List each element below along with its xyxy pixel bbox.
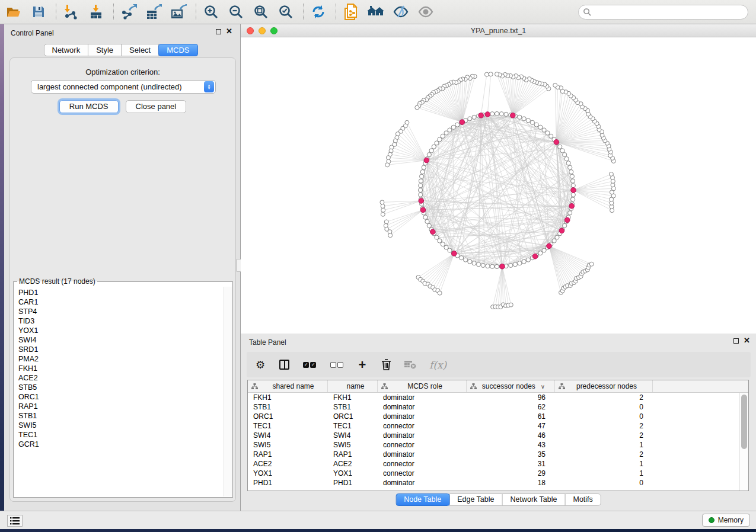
- network-node[interactable]: [499, 112, 503, 116]
- network-node[interactable]: [555, 235, 559, 239]
- mcds-result-item[interactable]: STB5: [18, 383, 224, 392]
- tab-network-table[interactable]: Network Table: [502, 493, 566, 506]
- network-node[interactable]: [381, 212, 385, 216]
- mcds-result-item[interactable]: ACE2: [18, 373, 224, 383]
- column-header-mcds-role[interactable]: MCDS role: [378, 380, 467, 392]
- mcds-result-item[interactable]: SWI4: [18, 335, 224, 345]
- network-node[interactable]: [566, 161, 570, 165]
- network-node[interactable]: [560, 149, 564, 153]
- network-node[interactable]: [435, 141, 439, 145]
- network-node[interactable]: [415, 105, 419, 110]
- network-node[interactable]: [526, 118, 530, 123]
- tab-node-table[interactable]: Node Table: [395, 493, 449, 506]
- network-node[interactable]: [570, 174, 574, 178]
- network-node[interactable]: [381, 204, 385, 209]
- network-node[interactable]: [472, 115, 476, 119]
- table-cell[interactable]: ACE2: [248, 459, 328, 469]
- export-network-web-icon[interactable]: [342, 3, 360, 21]
- network-node[interactable]: [495, 264, 499, 268]
- table-cell[interactable]: 2: [555, 431, 653, 440]
- table-cell[interactable]: FKH1: [328, 393, 378, 402]
- task-history-button[interactable]: [7, 515, 23, 527]
- network-node[interactable]: [418, 188, 422, 192]
- network-node[interactable]: [571, 193, 575, 197]
- float-panel-icon[interactable]: [216, 29, 221, 34]
- network-node[interactable]: [468, 117, 472, 121]
- run-mcds-button[interactable]: Run MCDS: [59, 100, 119, 113]
- table-cell[interactable]: 96: [467, 393, 555, 402]
- table-cell[interactable]: 2: [555, 450, 653, 459]
- network-node[interactable]: [464, 258, 468, 262]
- table-cell[interactable]: TEC1: [248, 421, 328, 431]
- network-node[interactable]: [568, 165, 572, 169]
- select-all-columns-icon[interactable]: ✓✓: [302, 358, 317, 371]
- mcds-result-item[interactable]: TID3: [18, 316, 224, 326]
- table-row[interactable]: SWI4SWI4dominator462: [248, 431, 739, 440]
- table-row[interactable]: SWI5SWI5connector431: [248, 440, 739, 450]
- network-node[interactable]: [495, 111, 499, 116]
- network-node[interactable]: [438, 137, 442, 142]
- network-node[interactable]: [419, 193, 423, 197]
- column-header-shared-name[interactable]: shared name: [248, 380, 328, 392]
- table-cell[interactable]: 47: [467, 421, 555, 431]
- table-row[interactable]: STB1STB1dominator620: [248, 402, 739, 412]
- table-cell[interactable]: YOX1: [248, 469, 328, 478]
- mcds-network-node[interactable]: [419, 198, 424, 204]
- network-node[interactable]: [490, 264, 495, 268]
- table-scrollbar[interactable]: [739, 393, 748, 491]
- network-node[interactable]: [484, 72, 489, 76]
- network-node[interactable]: [538, 251, 543, 255]
- table-cell[interactable]: PHD1: [328, 478, 378, 488]
- table-row[interactable]: ORC1ORC1dominator610: [248, 412, 739, 421]
- network-node[interactable]: [448, 128, 452, 132]
- mcds-network-node[interactable]: [569, 204, 575, 209]
- table-cell[interactable]: PHD1: [248, 478, 328, 488]
- mcds-network-node[interactable]: [564, 217, 570, 223]
- table-row[interactable]: YOX1YOX1connector291: [248, 469, 739, 478]
- mcds-network-node[interactable]: [460, 120, 465, 125]
- table-options-icon[interactable]: ⚙: [255, 358, 266, 371]
- table-row[interactable]: ACE2ACE2connector311: [248, 459, 739, 469]
- table-cell[interactable]: connector: [378, 459, 467, 469]
- network-node[interactable]: [384, 220, 388, 224]
- unselect-all-columns-icon[interactable]: [330, 358, 344, 371]
- table-cell[interactable]: SWI4: [248, 431, 328, 440]
- network-node[interactable]: [571, 197, 575, 201]
- table-cell[interactable]: connector: [378, 440, 467, 450]
- table-cell[interactable]: ORC1: [328, 412, 378, 421]
- network-node[interactable]: [571, 184, 575, 188]
- optimization-criterion-select[interactable]: largest connected component (undirected)…: [31, 80, 216, 94]
- table-cell[interactable]: connector: [378, 421, 467, 431]
- table-cell[interactable]: 0: [555, 402, 653, 412]
- network-node[interactable]: [504, 112, 508, 116]
- mcds-result-item[interactable]: CAR1: [18, 297, 224, 307]
- eye-slash-icon[interactable]: [392, 3, 410, 21]
- network-node[interactable]: [386, 156, 390, 160]
- mcds-result-item[interactable]: SRD1: [18, 345, 224, 354]
- export-image-icon[interactable]: [170, 3, 187, 21]
- column-header-predecessor-nodes[interactable]: predecessor nodes: [555, 380, 653, 392]
- zoom-out-icon[interactable]: [227, 3, 245, 21]
- table-row[interactable]: PHD1PHD1dominator180: [248, 478, 739, 488]
- table-cell[interactable]: ACE2: [328, 459, 378, 469]
- table-cell[interactable]: 1: [555, 459, 653, 469]
- mcds-network-node[interactable]: [547, 243, 552, 249]
- mcds-network-node[interactable]: [479, 113, 484, 118]
- network-node[interactable]: [438, 239, 442, 243]
- network-node[interactable]: [526, 258, 530, 262]
- network-node[interactable]: [589, 262, 594, 266]
- table-cell[interactable]: dominator: [378, 478, 467, 488]
- table-cell[interactable]: 1: [555, 440, 653, 450]
- network-node[interactable]: [509, 263, 513, 267]
- mcds-result-item[interactable]: SWI5: [18, 421, 224, 430]
- table-cell[interactable]: 43: [467, 440, 555, 450]
- mcds-result-item[interactable]: STB1: [18, 411, 224, 421]
- network-node[interactable]: [423, 215, 428, 219]
- table-cell[interactable]: connector: [378, 469, 467, 478]
- column-header-successor-nodes[interactable]: successor nodes ∨: [467, 380, 555, 392]
- network-node[interactable]: [542, 248, 546, 252]
- table-cell[interactable]: RAP1: [248, 450, 328, 459]
- network-node[interactable]: [571, 179, 575, 183]
- network-node[interactable]: [534, 123, 538, 127]
- network-node[interactable]: [609, 172, 613, 176]
